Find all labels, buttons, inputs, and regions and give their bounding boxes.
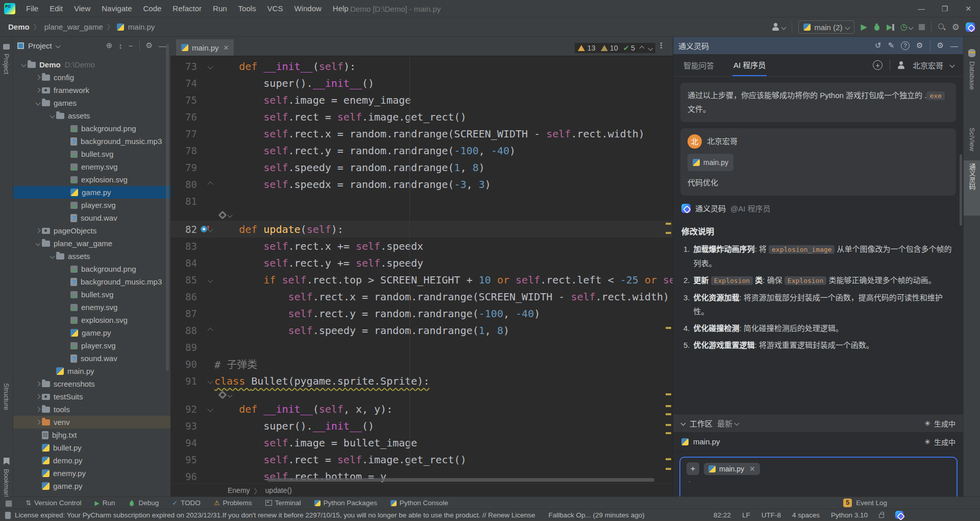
menu-tools[interactable]: Tools bbox=[233, 0, 262, 17]
tongyi-lingma-icon[interactable] bbox=[966, 22, 975, 32]
account-name[interactable]: 北京宏哥 bbox=[913, 60, 943, 70]
chevron-right-icon[interactable] bbox=[35, 407, 40, 412]
chat-input-box[interactable]: + main.py ✕ . qwen-2.5 Ctrl+Enter 换行/Ent… bbox=[679, 457, 958, 496]
debug-button[interactable] bbox=[873, 23, 880, 31]
menu-run[interactable]: Run bbox=[207, 0, 233, 17]
fold-marker-icon[interactable] bbox=[207, 277, 213, 282]
tree-item-assets[interactable]: assets bbox=[13, 109, 170, 122]
help-icon[interactable]: ? bbox=[901, 41, 910, 50]
maximize-button[interactable]: ❐ bbox=[933, 0, 957, 17]
tree-item-bjhg.txt[interactable]: bjhg.txt bbox=[13, 429, 170, 441]
code-line-79[interactable]: 79 self.speedy = random.randrange(1, 8) bbox=[170, 159, 673, 176]
file-encoding[interactable]: UTF-8 bbox=[762, 511, 781, 519]
code-line-75[interactable]: 75 self.image = enemy_image bbox=[170, 91, 673, 108]
tree-item-screenshots[interactable]: screenshots bbox=[13, 377, 170, 390]
tree-item-framework[interactable]: framework bbox=[13, 84, 170, 97]
line-number[interactable]: 85 bbox=[170, 274, 197, 286]
code-line-78[interactable]: 78 self.rect.y = random.randrange(-100, … bbox=[170, 142, 673, 159]
toolbar-terminal[interactable]: Terminal bbox=[265, 499, 301, 507]
breadcrumb-file[interactable]: main.py bbox=[127, 22, 156, 31]
code-line-76[interactable]: 76 self.rect = self.image.get_rect() bbox=[170, 108, 673, 125]
breadcrumb-project[interactable]: Demo bbox=[7, 22, 31, 31]
workspace-file-row[interactable]: main.py ✳生成中 bbox=[673, 432, 963, 452]
chevron-down-icon[interactable] bbox=[50, 113, 55, 119]
chat-scrollbar[interactable] bbox=[960, 154, 962, 226]
event-log-button[interactable]: 5 Event Log bbox=[843, 496, 887, 509]
project-view-dropdown-icon[interactable] bbox=[55, 43, 60, 48]
add-context-button[interactable]: + bbox=[687, 462, 699, 475]
code-line-93[interactable]: 93 super().__init__() bbox=[170, 417, 673, 434]
tree-item-sound.wav[interactable]: sound.wav bbox=[13, 211, 170, 224]
warning-stripe-mark[interactable] bbox=[666, 405, 671, 407]
breadcrumb-method[interactable]: update() bbox=[265, 486, 292, 494]
tree-item-pageObjects[interactable]: pageObjects bbox=[13, 224, 170, 237]
chevron-down-icon[interactable] bbox=[35, 101, 40, 106]
tongyi-status-icon[interactable] bbox=[895, 511, 903, 519]
tree-item-bullet.svg[interactable]: bullet.svg bbox=[13, 288, 170, 301]
code-editor[interactable]: 73 def __init__(self):74 super().__init_… bbox=[170, 56, 673, 485]
fold-marker-icon[interactable] bbox=[207, 378, 213, 384]
prev-problem-icon[interactable] bbox=[640, 45, 645, 51]
ai-settings-gear-icon[interactable]: ⚙ bbox=[937, 41, 944, 50]
code-line-81[interactable]: 81 bbox=[170, 193, 673, 209]
tool-window-sciview[interactable]: SciView bbox=[964, 125, 980, 154]
code-line-91[interactable]: 91class Bullet(pygame.sprite.Sprite): bbox=[170, 372, 673, 389]
menu-refactor[interactable]: Refactor bbox=[167, 0, 207, 17]
remove-chip-icon[interactable]: ✕ bbox=[749, 465, 755, 473]
line-number[interactable]: 77 bbox=[170, 128, 197, 139]
toolbar-version-control[interactable]: ⇅Version Control bbox=[26, 499, 81, 507]
warning-stripe-mark[interactable] bbox=[666, 327, 671, 329]
tab-smart-qa[interactable]: 智能问答 bbox=[682, 55, 715, 76]
tool-window-project[interactable]: Project bbox=[0, 40, 13, 77]
line-number[interactable]: 92 bbox=[170, 404, 197, 415]
message-file-chip[interactable]: main.py bbox=[688, 154, 733, 171]
breadcrumb-class[interactable]: Enemy bbox=[228, 486, 250, 494]
chevron-right-icon[interactable] bbox=[35, 420, 40, 425]
menu-vcs[interactable]: VCS bbox=[262, 0, 289, 17]
line-number[interactable]: 81 bbox=[170, 196, 197, 207]
line-number[interactable]: 84 bbox=[170, 257, 197, 269]
tree-item-sound.wav[interactable]: sound.wav bbox=[13, 352, 170, 365]
hide-panel-icon[interactable]: — bbox=[159, 41, 166, 50]
tab-main-py[interactable]: main.py ✕ bbox=[176, 39, 234, 56]
project-panel-title[interactable]: Project bbox=[28, 41, 52, 50]
code-line-73[interactable]: 73 def __init__(self): bbox=[170, 58, 673, 75]
toolbar-python-packages[interactable]: Python Packages bbox=[314, 499, 377, 507]
inspections-widget[interactable]: 13 10 ✔5 bbox=[575, 43, 655, 53]
line-number[interactable]: 95 bbox=[170, 454, 197, 465]
tree-item-background.png[interactable]: background.png bbox=[13, 122, 170, 135]
select-opened-file-icon[interactable]: ⊕ bbox=[106, 41, 113, 50]
line-number[interactable]: 83 bbox=[170, 241, 197, 252]
tool-window-tongyi[interactable]: 通义灵码 bbox=[964, 160, 980, 216]
editor-horizontal-scrollbar[interactable] bbox=[267, 478, 654, 482]
tree-item-explosion.svg[interactable]: explosion.svg bbox=[13, 314, 170, 326]
menu-edit[interactable]: Edit bbox=[44, 0, 68, 17]
collapse-all-icon[interactable]: − bbox=[129, 41, 133, 50]
workspace-sort-select[interactable]: 最新 bbox=[717, 418, 739, 429]
code-line-95[interactable]: 95 self.rect = self.image.get_rect() bbox=[170, 451, 673, 468]
line-number[interactable]: 88 bbox=[170, 325, 197, 336]
tool-window-switcher-icon[interactable]: ▦ bbox=[5, 499, 12, 508]
project-scrollbar[interactable] bbox=[166, 44, 169, 371]
line-number[interactable]: 73 bbox=[170, 61, 197, 72]
line-number[interactable]: 93 bbox=[170, 420, 197, 432]
ai-minimize-icon[interactable]: — bbox=[950, 41, 958, 50]
line-number[interactable]: 91 bbox=[170, 375, 197, 387]
code-line-96[interactable]: 96 self.rect.bottom = y bbox=[170, 468, 673, 485]
warning-stripe-mark[interactable] bbox=[666, 424, 671, 426]
warning-stripe-mark[interactable] bbox=[666, 232, 671, 234]
tree-item-player.svg[interactable]: player.svg bbox=[13, 199, 170, 211]
profiler-button[interactable]: ◷ bbox=[900, 23, 913, 31]
code-line-77[interactable]: 77 self.rect.x = random.randrange(SCREEN… bbox=[170, 125, 673, 142]
warning-stripe-mark[interactable] bbox=[666, 393, 671, 395]
tree-item-plane_war_game[interactable]: plane_war_game bbox=[13, 237, 170, 250]
line-number[interactable]: 89 bbox=[170, 342, 197, 353]
indent-setting[interactable]: 4 spaces bbox=[792, 511, 820, 519]
warning-stripe-mark[interactable] bbox=[666, 413, 671, 415]
line-number[interactable]: 86 bbox=[170, 291, 197, 302]
chevron-right-icon[interactable] bbox=[35, 75, 40, 80]
tree-item-background.png[interactable]: background.png bbox=[13, 263, 170, 275]
code-line-84[interactable]: 84 self.rect.y += self.speedy bbox=[170, 254, 673, 271]
coverage-button[interactable] bbox=[887, 23, 894, 31]
workspace-bar[interactable]: 工作区 最新 ✳生成中 bbox=[673, 414, 963, 432]
